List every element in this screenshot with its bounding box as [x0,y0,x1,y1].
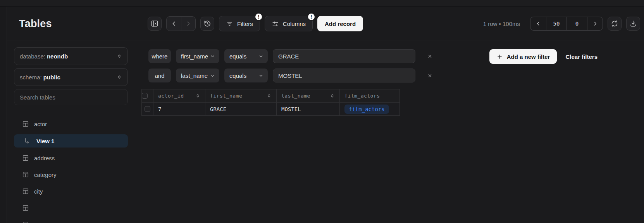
filter-value-input[interactable] [273,49,415,63]
nav-back-button[interactable] [167,17,181,31]
filter-operator-select[interactable]: equals [224,49,268,63]
collapse-sidebar-button[interactable] [148,17,162,31]
chevron-left-icon [170,20,177,27]
column-header-label: first_name [210,93,242,99]
filter-panel: where first_name equals [134,41,644,82]
columns-button-label: Columns [283,21,306,27]
sidebar-item-partial[interactable] [14,218,128,223]
close-icon [427,53,433,59]
filters-button-label: Filters [237,21,253,27]
filter-value-input[interactable] [273,69,415,82]
filter-column-select[interactable]: first_name [176,49,219,63]
filter-actions: Add a new filter Clear filters [489,49,598,64]
cell-last-name[interactable]: MOSTEL [277,103,340,116]
column-header-label: actor_id [158,93,184,99]
column-header-label: last_name [281,93,310,99]
schema-select-label: schema:public [20,74,60,81]
table-icon [22,188,29,195]
filters-button[interactable]: Filters ! [219,16,260,31]
table-icon [22,154,29,161]
chevron-left-icon [535,21,541,27]
sidebar-item-actor[interactable]: actor [14,118,128,130]
sidebar-item-label: actor [34,121,47,127]
download-button[interactable] [626,17,640,31]
grid-header-row: actor_id first_name last_name [142,89,400,103]
filter-conjunction[interactable]: and [148,69,171,82]
filter-operator-value: equals [229,53,246,60]
filters-alert-badge: ! [255,13,263,21]
page-offset-value[interactable]: 0 [567,17,587,30]
clear-filters-button[interactable]: Clear filters [565,53,598,60]
chevron-right-icon [592,21,598,27]
remove-filter-button[interactable] [424,70,435,81]
chevron-updown-icon [117,74,122,80]
columns-alert-badge: ! [307,13,315,21]
sidebar-item-country[interactable] [14,202,128,214]
table-icon [22,120,29,127]
sidebar-item-label: category [34,172,57,178]
tables-page: Tables database:neondb schema:public [0,0,644,223]
page-size-value[interactable]: 50 [546,17,567,30]
add-filter-button[interactable]: Add a new filter [489,49,557,64]
data-grid: actor_id first_name last_name [141,89,400,116]
column-header-actor-id[interactable]: actor_id [153,89,205,103]
column-header-last-name[interactable]: last_name [277,89,340,103]
database-select-label: database:neondb [20,53,68,60]
search-tables-input[interactable] [20,94,122,101]
main-content: Filters ! Columns ! Add record 1 row • 1… [134,7,644,223]
filter-icon [226,20,233,27]
filter-column-value: first_name [181,53,208,60]
table-icon [22,204,29,211]
add-record-button[interactable]: Add record [317,16,363,31]
page-prev-button[interactable] [530,17,546,30]
result-status-text: 1 row • 100ms [483,21,520,27]
chevron-down-icon [258,73,264,79]
sort-icon[interactable] [195,93,200,98]
column-header-film-actors[interactable]: film_actors [340,89,400,103]
film-actors-link[interactable]: film_actors [344,105,389,114]
chevron-down-icon [210,73,215,79]
remove-filter-button[interactable] [424,51,435,62]
add-filter-label: Add a new filter [507,53,550,60]
filter-operator-select[interactable]: equals [224,69,268,82]
page-next-button[interactable] [587,17,603,30]
select-all-checkbox[interactable] [142,93,148,99]
sidebar: Tables database:neondb schema:public [7,7,134,223]
filter-column-select[interactable]: last_name [176,69,219,82]
sidebar-item-label: address [34,155,55,161]
page-title: Tables [19,18,52,30]
chevron-right-icon [185,20,192,27]
sidebar-item-city[interactable]: city [14,185,128,197]
table-icon [22,171,29,178]
sort-icon[interactable] [330,93,335,98]
nav-forward-button[interactable] [181,17,195,31]
search-tables-box [14,89,128,105]
download-icon [629,20,637,27]
history-clock-icon [203,20,211,27]
query-history-button[interactable] [200,17,214,31]
sidebar-item-category[interactable]: category [14,168,128,181]
filter-conjunction[interactable]: where [148,49,171,63]
refresh-button[interactable] [608,17,622,31]
schema-select[interactable]: schema:public [14,68,128,86]
columns-button[interactable]: Columns ! [265,16,313,31]
sidebar-item-label: View 1 [36,138,54,144]
sidebar-item-label: city [34,188,43,195]
sidebar-item-address[interactable]: address [14,152,128,164]
toolbar: Filters ! Columns ! Add record 1 row • 1… [134,7,644,41]
cell-first-name[interactable]: GRACE [205,103,277,116]
left-rail [0,7,7,223]
filter-operator-value: equals [229,72,246,79]
elbow-arrow-icon [24,137,31,144]
column-header-first-name[interactable]: first_name [205,89,277,103]
window-top-strip [0,0,644,7]
sidebar-body: database:neondb schema:public [7,41,134,223]
cell-actor-id[interactable]: 7 [153,103,205,116]
select-all-cell [142,89,153,103]
cell-film-actors: film_actors [340,103,400,116]
sidebar-item-view-1[interactable]: View 1 [14,134,128,148]
panel-left-icon [151,20,158,27]
row-checkbox[interactable] [145,106,150,112]
database-select[interactable]: database:neondb [14,47,128,65]
sort-icon[interactable] [267,93,272,98]
